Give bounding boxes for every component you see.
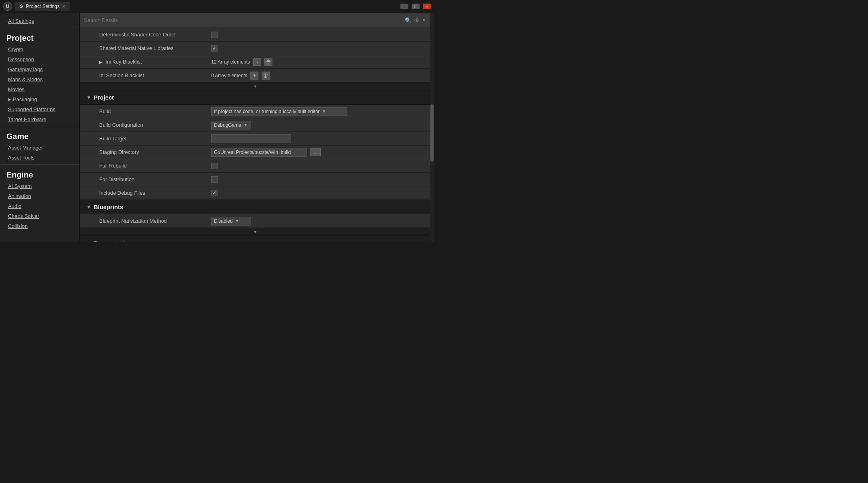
- include-debug-files-checkbox[interactable]: ✓: [211, 190, 218, 196]
- ini-key-delete-button[interactable]: 🗑: [264, 58, 272, 66]
- full-rebuild-value: ✓: [208, 161, 430, 171]
- build-config-dropdown[interactable]: DebugGame ▼: [211, 121, 251, 130]
- tab-gear-icon: ⚙: [19, 4, 24, 9]
- ini-key-add-button[interactable]: +: [253, 58, 261, 66]
- sidebar-item-asset-tools[interactable]: Asset Tools: [0, 153, 79, 163]
- build-target-input[interactable]: [211, 134, 291, 143]
- include-debug-files-label: Include Debug Files: [80, 188, 208, 198]
- for-distribution-checkbox[interactable]: ✓: [211, 176, 218, 183]
- ini-key-blacklist-label: ▶ Ini Key Blacklist: [80, 56, 208, 67]
- maximize-button[interactable]: ☐: [412, 4, 420, 9]
- blueprint-nativization-dropdown[interactable]: Disabled ▼: [211, 217, 251, 226]
- blueprint-nativization-label: Blueprint Nativization Method: [80, 216, 208, 226]
- blueprints-section-header: ▼ Blueprints: [80, 200, 430, 214]
- sidebar-item-audio[interactable]: Audio: [0, 201, 79, 211]
- row-build: Build If project has code, or running a …: [80, 105, 430, 118]
- sidebar-item-ai-system[interactable]: AI System: [0, 181, 79, 191]
- deterministic-shader-label: Deterministic Shader Code Order: [80, 29, 208, 40]
- shared-material-check-icon: ✓: [212, 46, 216, 51]
- collapse-down-icon[interactable]: ▾: [254, 84, 256, 89]
- collapse-row-blueprints: ▾: [80, 228, 430, 236]
- shared-material-label: Shared Material Native Libraries: [80, 43, 208, 54]
- sidebar-item-crypto[interactable]: Crypto: [0, 44, 79, 54]
- sidebar-divider-3: [0, 164, 79, 165]
- title-bar: U ⚙ Project Settings ✕ — ☐ ✕: [0, 0, 434, 13]
- ue-logo-icon: U: [3, 2, 12, 11]
- row-shared-material: Shared Material Native Libraries ✓: [80, 42, 430, 55]
- staging-directory-input[interactable]: [211, 148, 307, 157]
- sidebar-project-title: Project: [0, 30, 79, 44]
- sidebar-item-animation[interactable]: Animation: [0, 191, 79, 201]
- project-section-header: ▼ Project: [80, 90, 430, 105]
- sidebar-item-movies[interactable]: Movies: [0, 84, 79, 94]
- for-distribution-value: ✓: [208, 175, 430, 184]
- sidebar-item-target-hardware[interactable]: Target Hardware: [0, 114, 79, 124]
- shared-material-checkbox[interactable]: ✓: [211, 45, 218, 52]
- minimize-button[interactable]: —: [400, 4, 408, 9]
- close-button[interactable]: ✕: [423, 4, 431, 9]
- sidebar-divider-2: [0, 126, 79, 126]
- chevron-down-icon[interactable]: ▼: [422, 18, 426, 22]
- row-build-configuration: Build Configuration DebugGame ▼: [80, 118, 430, 132]
- sidebar-item-chaos-solver[interactable]: Chaos Solver: [0, 211, 79, 221]
- ini-section-count: 0 Array elements: [211, 73, 247, 78]
- ini-section-add-button[interactable]: +: [250, 72, 258, 80]
- sidebar-item-maps-modes[interactable]: Maps & Modes: [0, 74, 79, 84]
- sidebar-divider-1: [0, 28, 79, 28]
- sidebar-item-collision[interactable]: Collision: [0, 221, 79, 231]
- full-rebuild-label: Full Rebuild: [80, 160, 208, 171]
- sidebar-item-packaging[interactable]: ▶ Packaging: [0, 94, 79, 104]
- build-value: If project has code, or running a locall…: [208, 106, 430, 118]
- sidebar-item-gameplaytags[interactable]: GameplayTags: [0, 64, 79, 74]
- staging-directory-browse-button[interactable]: …: [310, 148, 321, 156]
- tab-close-button[interactable]: ✕: [62, 4, 66, 9]
- blueprints-collapse-icon[interactable]: ▾: [254, 229, 256, 235]
- build-target-label: Build Target: [80, 133, 208, 144]
- title-bar-left: U ⚙ Project Settings ✕: [3, 2, 70, 11]
- tab-label: Project Settings: [26, 4, 60, 9]
- row-for-distribution: For Distribution ✓: [80, 173, 430, 186]
- ini-key-blacklist-value: 12 Array elements + 🗑: [208, 56, 430, 68]
- row-deterministic-shader: Deterministic Shader Code Order ✓: [80, 28, 430, 42]
- eye-icon[interactable]: 👁: [414, 17, 420, 24]
- scrollbar-thumb[interactable]: [430, 104, 434, 162]
- sidebar-item-asset-manager[interactable]: Asset Manager: [0, 143, 79, 153]
- build-dropdown-value: If project has code, or running a locall…: [214, 109, 320, 114]
- prerequisites-section-header: ▼ Prerequisites: [80, 236, 430, 242]
- ini-section-blacklist-value: 0 Array elements + 🗑: [208, 70, 430, 81]
- ini-key-expand-icon[interactable]: ▶: [99, 60, 102, 64]
- sidebar-item-supported-platforms[interactable]: Supported Platforms: [0, 104, 79, 114]
- ini-section-delete-button[interactable]: 🗑: [262, 72, 270, 80]
- build-config-value: DebugGame ▼: [208, 119, 430, 131]
- row-include-debug-files: Include Debug Files ✓: [80, 186, 430, 200]
- project-section-triangle-icon[interactable]: ▼: [86, 95, 91, 100]
- deterministic-shader-value: ✓: [208, 30, 430, 40]
- search-bar: 🔍 👁 ▼: [80, 13, 430, 28]
- packaging-arrow-icon: ▶: [8, 97, 11, 102]
- row-full-rebuild: Full Rebuild ✓: [80, 159, 430, 173]
- staging-directory-label: Staging Directory: [80, 147, 208, 158]
- prerequisites-section-title: Prerequisites: [94, 240, 132, 242]
- settings-panel: Deterministic Shader Code Order ✓ Shared…: [80, 28, 430, 242]
- scrollbar-track[interactable]: [430, 13, 434, 242]
- svg-text:U: U: [6, 4, 10, 9]
- blueprints-triangle-icon[interactable]: ▼: [86, 204, 91, 210]
- row-ini-section-blacklist: Ini Section Blacklist 0 Array elements +…: [80, 69, 430, 82]
- main-layout: All Settings Project Crypto Description …: [0, 13, 434, 242]
- full-rebuild-checkbox[interactable]: ✓: [211, 163, 218, 169]
- deterministic-shader-checkbox[interactable]: ✓: [211, 32, 218, 38]
- blueprint-nativization-arrow-icon: ▼: [235, 219, 239, 223]
- blueprint-nativization-value: Disabled ▼: [208, 215, 430, 227]
- sidebar-game-title: Game: [0, 128, 79, 143]
- build-dropdown[interactable]: If project has code, or running a locall…: [211, 107, 347, 116]
- sidebar-all-settings[interactable]: All Settings: [0, 16, 79, 26]
- project-settings-tab[interactable]: ⚙ Project Settings ✕: [15, 2, 70, 11]
- sidebar-engine-title: Engine: [0, 166, 79, 181]
- prerequisites-triangle-icon[interactable]: ▼: [86, 240, 91, 242]
- title-bar-right: — ☐ ✕: [400, 4, 431, 9]
- staging-directory-value: …: [208, 146, 430, 158]
- include-debug-files-value: ✓: [208, 188, 430, 198]
- include-debug-files-check-icon: ✓: [212, 190, 216, 196]
- sidebar-item-description[interactable]: Description: [0, 54, 79, 64]
- search-input[interactable]: [84, 17, 402, 23]
